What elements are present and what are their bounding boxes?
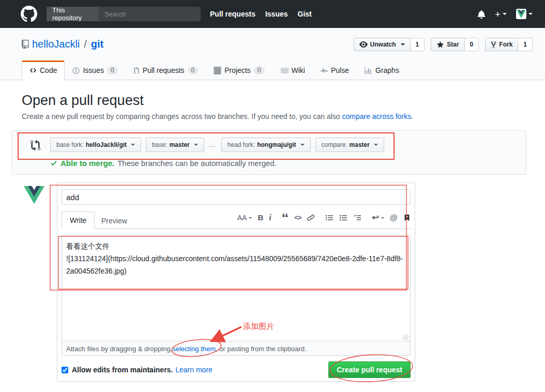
repo-breadcrumb: helloJackli / git bbox=[22, 38, 103, 50]
select-files-link[interactable]: selecting them bbox=[172, 345, 216, 353]
compare-across-forks-link[interactable]: compare across forks bbox=[342, 112, 411, 120]
caret-down-icon bbox=[249, 217, 252, 220]
repo-tabs: Code Issues 0 Pull requests 0 Projects 0… bbox=[22, 61, 407, 80]
issue-icon bbox=[72, 67, 80, 74]
markdown-toolbar: AA B i “ <> bbox=[237, 214, 411, 222]
tab-code[interactable]: Code bbox=[22, 61, 65, 80]
pr-body-textarea[interactable]: 看看这个文件 ![131124124](https://cloud.github… bbox=[62, 236, 410, 341]
branch-selectors: base fork:helloJackli/git base:master ..… bbox=[50, 138, 384, 152]
notifications-bell-icon[interactable] bbox=[477, 10, 486, 19]
user-avatar-large bbox=[22, 183, 47, 207]
repo-separator: / bbox=[84, 38, 87, 50]
task-list-button[interactable] bbox=[353, 214, 361, 222]
repo-name-link[interactable]: git bbox=[91, 38, 103, 50]
user-avatar[interactable] bbox=[516, 9, 526, 19]
header-search: This repository bbox=[47, 7, 201, 21]
star-button[interactable]: Star bbox=[431, 38, 464, 51]
wiki-book-icon bbox=[280, 67, 289, 74]
tab-wiki[interactable]: Wiki bbox=[272, 61, 313, 80]
eye-icon bbox=[359, 40, 368, 49]
fork-icon bbox=[491, 41, 496, 49]
learn-more-link[interactable]: Learn more bbox=[175, 366, 213, 374]
base-branch-select[interactable]: base:master bbox=[146, 138, 204, 152]
code-button[interactable]: <> bbox=[294, 214, 301, 222]
caret-down-icon bbox=[381, 217, 384, 220]
create-new-button[interactable]: + bbox=[495, 9, 507, 19]
compare-branch-select[interactable]: compare:master bbox=[315, 138, 384, 152]
numbered-list-icon bbox=[339, 214, 347, 222]
subtitle-text: Create a new pull request by comparing c… bbox=[22, 112, 342, 120]
mention-button[interactable]: @ bbox=[390, 214, 398, 222]
projects-count-badge: 0 bbox=[254, 66, 265, 74]
reference-button[interactable]: ★ bbox=[403, 214, 411, 222]
tab-graphs[interactable]: Graphs bbox=[357, 61, 407, 80]
issues-count-badge: 0 bbox=[107, 66, 118, 74]
unwatch-button[interactable]: Unwatch bbox=[354, 38, 411, 51]
tab-preview[interactable]: Preview bbox=[94, 213, 135, 229]
base-fork-select[interactable]: base fork:helloJackli/git bbox=[50, 138, 141, 152]
merge-status: Able to merge. These branches can be aut… bbox=[50, 159, 277, 168]
watch-count[interactable]: 1 bbox=[411, 38, 425, 51]
link-button[interactable] bbox=[307, 214, 315, 222]
github-logo-icon[interactable] bbox=[21, 6, 37, 22]
comment-editor: 看看这个文件 ![131124124](https://cloud.github… bbox=[62, 235, 411, 356]
code-icon bbox=[29, 67, 37, 74]
caret-down-icon bbox=[300, 144, 305, 148]
allow-edits-label: Allow edits from maintainers. bbox=[72, 366, 173, 374]
tab-issues[interactable]: Issues 0 bbox=[65, 61, 125, 80]
pulls-count-badge: 0 bbox=[188, 66, 199, 74]
git-compare-icon bbox=[31, 140, 40, 151]
tab-projects[interactable]: Projects 0 bbox=[206, 61, 272, 80]
merge-status-detail: These branches can be automatically merg… bbox=[117, 159, 277, 168]
caret-down-icon bbox=[374, 144, 378, 148]
italic-button[interactable]: i bbox=[269, 214, 271, 222]
page-subtitle: Create a new pull request by comparing c… bbox=[22, 112, 413, 120]
submit-row: Allow edits from maintainers. Learn more… bbox=[62, 361, 411, 378]
saved-replies-button[interactable]: ↩ bbox=[372, 214, 384, 222]
task-list-icon bbox=[353, 214, 361, 222]
bulleted-list-button[interactable] bbox=[325, 214, 334, 222]
nav-pull-requests[interactable]: Pull requests bbox=[210, 10, 255, 18]
svg-text:★: ★ bbox=[405, 215, 408, 218]
search-scope-button[interactable]: This repository bbox=[47, 7, 99, 21]
user-menu[interactable] bbox=[516, 9, 533, 19]
tab-pulse[interactable]: Pulse bbox=[313, 61, 357, 80]
attach-text-before: Attach files by dragging & dropping, bbox=[66, 345, 172, 353]
caret-down-icon bbox=[131, 144, 135, 148]
create-pull-request-button[interactable]: Create pull request bbox=[328, 361, 411, 378]
attach-text-after: , or pasting from the clipboard. bbox=[216, 345, 307, 353]
allow-edits-checkbox[interactable] bbox=[62, 367, 68, 373]
repo-owner-link[interactable]: helloJackli bbox=[32, 38, 80, 50]
star-count[interactable]: 0 bbox=[465, 38, 479, 51]
repo-header: helloJackli / git Unwatch 1 Star 0 Fork … bbox=[0, 28, 545, 80]
caret-down-icon bbox=[528, 13, 533, 17]
graph-icon bbox=[365, 67, 372, 74]
header-nav: Pull requests Issues Gist bbox=[210, 0, 312, 28]
comment-form-card: Write Preview AA B i “ <> bbox=[57, 183, 415, 382]
header-right: + bbox=[477, 0, 533, 28]
fork-count[interactable]: 1 bbox=[518, 38, 533, 51]
text-size-button[interactable]: AA bbox=[237, 214, 252, 222]
link-icon bbox=[307, 214, 315, 222]
repo-actions: Unwatch 1 Star 0 Fork 1 bbox=[354, 38, 533, 51]
tab-write[interactable]: Write bbox=[62, 212, 95, 229]
numbered-list-button[interactable] bbox=[339, 214, 347, 222]
attach-files-footer: Attach files by dragging & dropping, sel… bbox=[62, 341, 410, 356]
quote-button[interactable]: “ bbox=[282, 214, 289, 222]
pr-title-input[interactable] bbox=[62, 189, 411, 205]
pull-request-icon bbox=[133, 67, 140, 74]
pulse-icon bbox=[321, 67, 328, 74]
nav-issues[interactable]: Issues bbox=[265, 10, 288, 18]
resize-handle-icon[interactable] bbox=[403, 335, 408, 340]
head-fork-select[interactable]: head fork:hongmaju/git bbox=[221, 138, 311, 152]
fork-button[interactable]: Fork bbox=[485, 38, 518, 51]
nav-gist[interactable]: Gist bbox=[298, 10, 312, 18]
caret-down-icon bbox=[194, 144, 198, 148]
tab-pull-requests[interactable]: Pull requests 0 bbox=[126, 61, 206, 80]
pull-request-form: Write Preview AA B i “ <> bbox=[0, 183, 545, 392]
check-icon bbox=[50, 159, 57, 167]
search-input[interactable] bbox=[99, 7, 201, 21]
subtitle-period: . bbox=[411, 112, 413, 120]
bold-button[interactable]: B bbox=[258, 214, 263, 222]
caret-down-icon bbox=[401, 43, 405, 48]
